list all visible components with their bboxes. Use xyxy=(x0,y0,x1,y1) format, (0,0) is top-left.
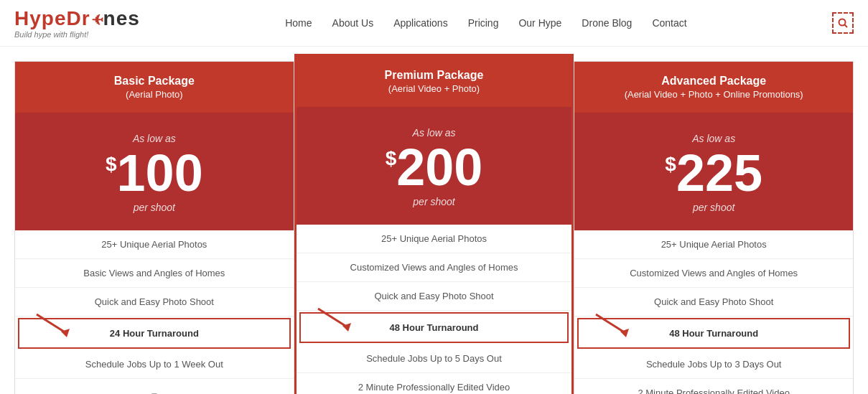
package-name-2: Advanced Package xyxy=(582,75,846,88)
package-name-1: Premium Package xyxy=(304,69,565,82)
nav-link-pricing[interactable]: Pricing xyxy=(468,17,499,29)
feature-row-0-1: Basic Views and Angles of Homes xyxy=(15,259,294,288)
pricing-card-2: Advanced Package (Aerial Video + Photo +… xyxy=(574,61,854,394)
nav-link-applications[interactable]: Applications xyxy=(393,17,448,29)
feature-row-0-5: – xyxy=(15,379,294,394)
feature-row-0-2: Quick and Easy Photo Shoot xyxy=(15,288,294,316)
feature-row-2-5: 2 Minute Professionally Edited Video xyxy=(574,379,853,394)
pricing-card-1: Premium Package (Aerial Video + Photo) A… xyxy=(294,54,574,394)
feature-row-2-0: 25+ Unique Aerial Photos xyxy=(574,230,853,259)
svg-line-2 xyxy=(37,314,64,332)
dollar-sign-0: $ xyxy=(106,153,117,176)
logo-area: HypeDr✈nes Build hype with flight! xyxy=(14,7,140,39)
logo[interactable]: HypeDr✈nes xyxy=(14,7,140,30)
as-low-2: As low as xyxy=(582,133,846,144)
per-shoot-2: per shoot xyxy=(582,202,846,213)
per-shoot-0: per shoot xyxy=(22,202,286,213)
pricing-section: Basic Package (Aerial Photo) As low as $… xyxy=(0,47,868,394)
package-sub-2: (Aerial Video + Photo + Online Promotion… xyxy=(582,89,846,100)
svg-line-1 xyxy=(845,25,848,28)
card-header-1: Premium Package (Aerial Video + Photo) xyxy=(297,56,572,107)
dollar-sign-2: $ xyxy=(665,153,676,176)
card-features-2: 25+ Unique Aerial PhotosCustomized Views… xyxy=(574,230,853,394)
nav-link-home[interactable]: Home xyxy=(285,17,312,29)
feature-row-2-4: Schedule Jobs Up to 3 Days Out xyxy=(574,350,853,379)
svg-line-6 xyxy=(596,314,623,332)
feature-row-0-0: 25+ Unique Aerial Photos xyxy=(15,230,294,259)
search-icon[interactable] xyxy=(832,12,854,34)
nav-link-about-us[interactable]: About Us xyxy=(332,17,374,29)
as-low-1: As low as xyxy=(304,127,565,139)
svg-line-4 xyxy=(318,309,345,326)
drone-icon: ✈ xyxy=(90,11,103,29)
card-price-1: As low as $ 200 per shoot xyxy=(297,107,572,225)
feature-row-1-1: Customized Views and Angles of Homes xyxy=(297,253,572,282)
per-shoot-1: per shoot xyxy=(304,196,565,207)
price-num-0: 100 xyxy=(117,147,203,199)
package-sub-1: (Aerial Video + Photo) xyxy=(304,83,565,94)
pricing-card-0: Basic Package (Aerial Photo) As low as $… xyxy=(14,61,294,394)
card-features-1: 25+ Unique Aerial PhotosCustomized Views… xyxy=(297,225,572,394)
navbar: HypeDr✈nes Build hype with flight! HomeA… xyxy=(0,0,868,47)
feature-row-0-4: Schedule Jobs Up to 1 Week Out xyxy=(15,350,294,379)
nav-links: HomeAbout UsApplicationsPricingOur HypeD… xyxy=(285,17,686,29)
as-low-0: As low as xyxy=(22,133,286,144)
nav-link-contact[interactable]: Contact xyxy=(652,17,686,29)
nav-link-drone-blog[interactable]: Drone Blog xyxy=(582,17,632,29)
package-name-0: Basic Package xyxy=(22,75,286,88)
card-price-2: As low as $ 225 per shoot xyxy=(574,113,853,230)
feature-row-2-1: Customized Views and Angles of Homes xyxy=(574,259,853,288)
feature-row-1-0: 25+ Unique Aerial Photos xyxy=(297,225,572,253)
logo-tagline: Build hype with flight! xyxy=(14,30,140,39)
svg-point-0 xyxy=(839,19,846,26)
price-num-1: 200 xyxy=(396,141,482,193)
feature-row-1-5: 2 Minute Professionally Edited Video xyxy=(297,373,572,394)
card-features-0: 25+ Unique Aerial PhotosBasic Views and … xyxy=(15,230,294,394)
feature-row-1-2: Quick and Easy Photo Shoot xyxy=(297,282,572,311)
card-header-0: Basic Package (Aerial Photo) xyxy=(15,62,294,113)
package-sub-0: (Aerial Photo) xyxy=(22,89,286,100)
nav-link-our-hype[interactable]: Our Hype xyxy=(518,17,561,29)
dollar-sign-1: $ xyxy=(386,147,397,170)
feature-row-1-4: Schedule Jobs Up to 5 Days Out xyxy=(297,344,572,373)
price-num-2: 225 xyxy=(676,147,762,199)
feature-row-2-2: Quick and Easy Photo Shoot xyxy=(574,288,853,316)
card-header-2: Advanced Package (Aerial Video + Photo +… xyxy=(574,62,853,113)
card-price-0: As low as $ 100 per shoot xyxy=(15,113,294,230)
